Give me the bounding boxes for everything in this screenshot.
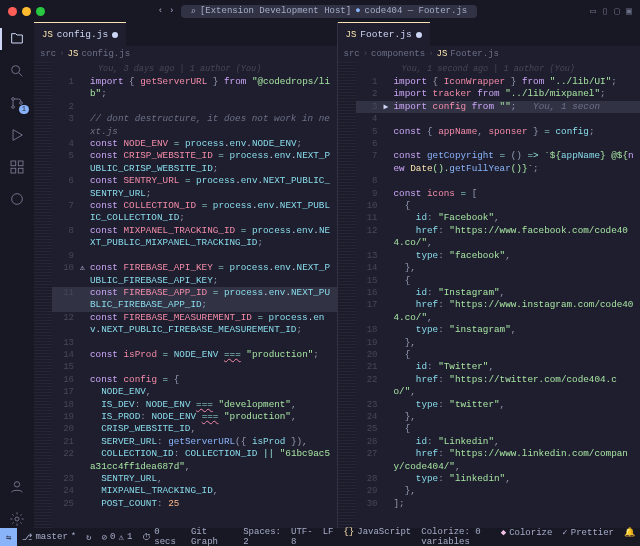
account-icon[interactable]: [8, 478, 26, 496]
remote-indicator[interactable]: ⇋: [0, 528, 17, 546]
code-line[interactable]: 19 },: [356, 337, 641, 349]
svg-rect-4: [11, 161, 16, 166]
code-line[interactable]: 17 href: "https://www.instagram.com/code…: [356, 299, 641, 324]
code-line[interactable]: 3// dont destructure, it does not work i…: [52, 113, 337, 138]
status-branch[interactable]: ⎇ master*: [17, 528, 81, 546]
code-line[interactable]: 5const { appName, sponser } = config;: [356, 126, 641, 138]
code-line[interactable]: 16const config = {: [52, 374, 337, 386]
code-line[interactable]: 10 {: [356, 200, 641, 212]
run-debug-icon[interactable]: [8, 126, 26, 144]
settings-gear-icon[interactable]: [8, 510, 26, 528]
code-line[interactable]: 21 SERVER_URL: getServerURL({ isProd }),: [52, 436, 337, 448]
extensions-icon[interactable]: [8, 158, 26, 176]
panel-toggle-icon[interactable]: ▯: [602, 5, 608, 17]
line-content: CRISP_WEBSITE_ID,: [90, 423, 337, 435]
status-gitgraph[interactable]: Git Graph: [186, 528, 238, 546]
code-line[interactable]: 28 type: "linkedin",: [356, 473, 641, 485]
command-center[interactable]: ⌕ [Extension Development Host] ● code404…: [181, 5, 478, 18]
code-line[interactable]: 22 href: "https://twitter.com/code404.co…: [356, 374, 641, 399]
code-line[interactable]: 6: [356, 138, 641, 150]
status-colorize[interactable]: ◆ Colorize: [496, 527, 558, 538]
code-right[interactable]: You, 1 second ago | 1 author (You) 1impo…: [356, 62, 641, 528]
code-line[interactable]: 27 href: "https://www.linkedin.com/compa…: [356, 448, 641, 473]
status-bell-icon[interactable]: 🔔: [619, 527, 640, 538]
customize-icon[interactable]: ▣: [626, 5, 632, 17]
maximize-window-icon[interactable]: [36, 7, 45, 16]
code-line[interactable]: 4: [356, 113, 641, 125]
line-content: SERVER_URL: getServerURL({ isProd }),: [90, 436, 337, 448]
tab-config[interactable]: JS config.js: [34, 22, 126, 46]
code-line[interactable]: 2import tracker from "../lib/mixpanel";: [356, 88, 641, 100]
breadcrumb-left[interactable]: src› JSconfig.js: [34, 46, 337, 62]
code-line[interactable]: 18 type: "instagram",: [356, 324, 641, 336]
code-line[interactable]: 29 },: [356, 485, 641, 497]
source-control-icon[interactable]: 1: [8, 94, 26, 112]
code-line[interactable]: 8: [356, 175, 641, 187]
gitlens-icon[interactable]: [8, 190, 26, 208]
code-line[interactable]: 9const icons = [: [356, 188, 641, 200]
code-line[interactable]: 1import { IconWrapper } from "../lib/UI"…: [356, 76, 641, 88]
line-number: 3: [356, 101, 384, 113]
code-line[interactable]: 14const isProd = NODE_ENV === "productio…: [52, 349, 337, 361]
status-problems[interactable]: ⊘ 0 ⚠ 1: [97, 528, 138, 546]
code-line[interactable]: 17 NODE_ENV,: [52, 386, 337, 398]
code-line[interactable]: 25 {: [356, 423, 641, 435]
code-line[interactable]: 14 },: [356, 262, 641, 274]
code-line[interactable]: 11const FIREBASE_APP_ID = process.env.NE…: [52, 287, 337, 312]
status-time[interactable]: ⏱ 0 secs: [137, 528, 186, 546]
status-encoding[interactable]: UTF-8: [286, 527, 318, 546]
code-line[interactable]: 4const NODE_ENV = process.env.NODE_ENV;: [52, 138, 337, 150]
code-line[interactable]: 13 type: "facebook",: [356, 250, 641, 262]
code-line[interactable]: 8const MIXPANEL_TRACKING_ID = process.en…: [52, 225, 337, 250]
code-line[interactable]: 7const COLLECTION_ID = process.env.NEXT_…: [52, 200, 337, 225]
code-line[interactable]: 11 id: "Facebook",: [356, 212, 641, 224]
line-number: 27: [356, 448, 384, 460]
code-line[interactable]: 12const FIREBASE_MEASUREMENT_ID = proces…: [52, 312, 337, 337]
code-line[interactable]: 21 id: "Twitter",: [356, 361, 641, 373]
code-line[interactable]: 12 href: "https://www.facebook.com/code4…: [356, 225, 641, 250]
code-line[interactable]: 22 COLLECTION_ID: COLLECTION_ID || "61bc…: [52, 448, 337, 473]
status-lang[interactable]: {} JavaScript: [338, 527, 416, 537]
breadcrumb-right[interactable]: src› components› JSFooter.js: [338, 46, 641, 62]
code-line[interactable]: 20 {: [356, 349, 641, 361]
code-line[interactable]: 26 id: "Linkedin",: [356, 436, 641, 448]
code-line[interactable]: 15 {: [356, 275, 641, 287]
code-line[interactable]: 24 MIXPANEL_TRACKING_ID,: [52, 485, 337, 497]
code-line[interactable]: 13: [52, 337, 337, 349]
code-line[interactable]: 15: [52, 361, 337, 373]
code-line[interactable]: 10⚠const FIREBASE_API_KEY = process.env.…: [52, 262, 337, 287]
code-line[interactable]: 16 id: "Instagram",: [356, 287, 641, 299]
code-line[interactable]: 5const CRISP_WEBSITE_ID = process.env.NE…: [52, 150, 337, 175]
nav-forward-icon[interactable]: ›: [169, 6, 174, 16]
nav-back-icon[interactable]: ‹: [158, 6, 163, 16]
code-left[interactable]: You, 3 days ago | 1 author (You) 1import…: [52, 62, 337, 528]
code-line[interactable]: 23 SENTRY_URL,: [52, 473, 337, 485]
minimap-right[interactable]: [338, 62, 356, 528]
layout-icon[interactable]: ▢: [614, 5, 620, 17]
status-eol[interactable]: LF: [318, 527, 339, 537]
minimize-window-icon[interactable]: [22, 7, 31, 16]
code-line[interactable]: 1import { getServerURL } from "@codedrop…: [52, 76, 337, 101]
code-line[interactable]: 18 IS_DEV: NODE_ENV === "development",: [52, 399, 337, 411]
status-spaces[interactable]: Spaces: 2: [238, 527, 286, 546]
search-icon[interactable]: [8, 62, 26, 80]
code-line[interactable]: 7const getCopyright = () => `${appName} …: [356, 150, 641, 175]
tab-footer[interactable]: JS Footer.js: [338, 22, 430, 46]
status-sync[interactable]: ↻: [81, 528, 96, 546]
code-line[interactable]: 9: [52, 250, 337, 262]
code-line[interactable]: 2: [52, 101, 337, 113]
close-window-icon[interactable]: [8, 7, 17, 16]
code-line[interactable]: 20 CRISP_WEBSITE_ID,: [52, 423, 337, 435]
explorer-icon[interactable]: [8, 30, 26, 48]
code-line[interactable]: 23 type: "twitter",: [356, 399, 641, 411]
status-colorize-vars[interactable]: Colorize: 0 variables: [416, 527, 495, 546]
code-line[interactable]: 24 },: [356, 411, 641, 423]
minimap-left[interactable]: [34, 62, 52, 528]
code-line[interactable]: 19 IS_PROD: NODE_ENV === "production",: [52, 411, 337, 423]
code-line[interactable]: 6const SENTRY_URL = process.env.NEXT_PUB…: [52, 175, 337, 200]
code-line[interactable]: 30];: [356, 498, 641, 510]
code-line[interactable]: 3▶import config from ""; You, 1 secon: [356, 101, 641, 113]
status-prettier[interactable]: ✓ Prettier: [557, 527, 619, 538]
layout-toggle-icon[interactable]: ▭: [590, 5, 596, 17]
code-line[interactable]: 25 POST_COUNT: 25: [52, 498, 337, 510]
